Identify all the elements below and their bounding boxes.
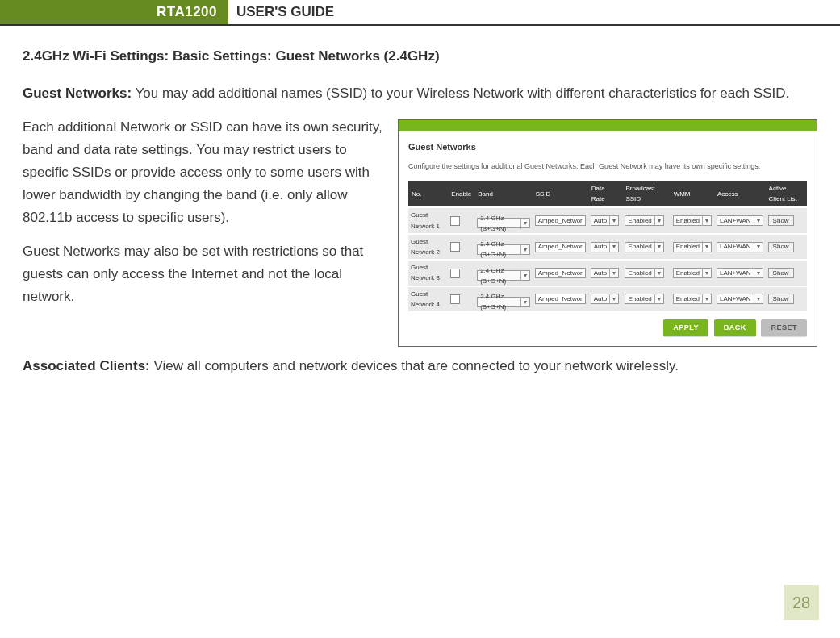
cell-wmm-select[interactable]: Enabled▾ (673, 215, 712, 226)
cell-clientlist-button[interactable]: Show (768, 242, 794, 252)
cell-ssid: Amped_Networ (533, 260, 588, 286)
th-ssid: SSID (533, 181, 588, 207)
chevron-down-icon: ▾ (609, 268, 616, 278)
cell-datarate-value: Auto (594, 268, 607, 278)
cell-access-value: LAN+WAN (720, 294, 751, 304)
reset-button[interactable]: RESET (761, 319, 807, 336)
cell-broadcast: Enabled▾ (622, 260, 670, 286)
cell-band-value: 2.4 GHz (B+G+N) (480, 213, 518, 234)
cell-access-value: LAN+WAN (720, 241, 751, 252)
enable-checkbox[interactable] (450, 242, 460, 252)
cell-ssid-input[interactable]: Amped_Networ (535, 294, 586, 304)
cell-ssid-input[interactable]: Amped_Networ (535, 215, 586, 226)
chevron-down-icon: ▾ (609, 294, 616, 304)
chevron-down-icon: ▾ (754, 215, 760, 226)
cell-access: LAN+WAN▾ (714, 234, 766, 260)
cell-broadcast-value: Enabled (628, 268, 651, 278)
cell-band: 2.4 GHz (B+G+N)▾ (474, 234, 533, 260)
th-no: No. (408, 181, 448, 207)
th-clientlist: Active Client List (766, 181, 807, 207)
enable-checkbox[interactable] (450, 216, 460, 226)
cell-datarate-select[interactable]: Auto▾ (591, 294, 619, 304)
table-row: Guest Network 22.4 GHz (B+G+N)▾Amped_Net… (408, 234, 807, 260)
cell-broadcast: Enabled▾ (622, 234, 670, 260)
cell-ssid-input[interactable]: Amped_Networ (535, 242, 586, 252)
cell-wmm-select[interactable]: Enabled▾ (673, 294, 712, 304)
enable-checkbox[interactable] (450, 294, 460, 304)
cell-ssid: Amped_Networ (533, 207, 588, 233)
chevron-down-icon: ▾ (520, 244, 527, 255)
cell-datarate-select[interactable]: Auto▾ (591, 242, 619, 252)
chevron-down-icon: ▾ (654, 268, 661, 278)
chevron-down-icon: ▾ (654, 215, 661, 226)
cell-enable (448, 286, 474, 311)
chevron-down-icon: ▾ (754, 294, 760, 304)
table-row: Guest Network 42.4 GHz (B+G+N)▾Amped_Net… (408, 286, 807, 311)
cell-broadcast: Enabled▾ (622, 207, 670, 233)
cell-access-select[interactable]: LAN+WAN▾ (717, 294, 763, 304)
section-heading: 2.4GHz Wi-Fi Settings: Basic Settings: G… (23, 45, 817, 68)
cell-clientlist-button[interactable]: Show (768, 215, 794, 226)
cell-broadcast-select[interactable]: Enabled▾ (625, 268, 663, 278)
cell-datarate: Auto▾ (588, 234, 623, 260)
cell-access-value: LAN+WAN (720, 268, 751, 278)
cell-enable (448, 207, 474, 233)
cell-wmm-value: Enabled (676, 294, 700, 304)
cell-datarate: Auto▾ (588, 260, 623, 286)
chevron-down-icon: ▾ (654, 241, 661, 252)
cell-access-select[interactable]: LAN+WAN▾ (717, 215, 763, 226)
cell-clientlist-button[interactable]: Show (768, 268, 794, 278)
panel-description: Configure the settings for additional Gu… (408, 161, 807, 173)
para-rest-guest: You may add additional names (SSID) to y… (132, 85, 789, 101)
cell-clientlist: Show (766, 260, 807, 286)
cell-band-select[interactable]: 2.4 GHz (B+G+N)▾ (477, 297, 530, 307)
cell-band-select[interactable]: 2.4 GHz (B+G+N)▾ (477, 218, 530, 228)
cell-no: Guest Network 2 (408, 234, 448, 260)
cell-band-value: 2.4 GHz (B+G+N) (480, 265, 518, 286)
enable-checkbox[interactable] (450, 269, 460, 278)
back-button[interactable]: BACK (714, 319, 756, 336)
cell-no: Guest Network 3 (408, 260, 448, 286)
page-number: 28 (784, 585, 819, 620)
cell-ssid-input[interactable]: Amped_Networ (535, 268, 586, 278)
cell-broadcast-select[interactable]: Enabled▾ (625, 294, 663, 304)
panel-greenbar (399, 120, 817, 131)
cell-datarate-value: Auto (594, 215, 607, 226)
cell-no: Guest Network 1 (408, 207, 448, 233)
chevron-down-icon: ▾ (702, 268, 708, 278)
chevron-down-icon: ▾ (702, 241, 708, 252)
cell-band-value: 2.4 GHz (B+G+N) (480, 291, 518, 312)
cell-wmm: Enabled▾ (671, 260, 714, 286)
cell-band-select[interactable]: 2.4 GHz (B+G+N)▾ (477, 244, 530, 255)
chevron-down-icon: ▾ (754, 241, 760, 252)
para-guest-networks: Guest Networks: You may add additional n… (23, 82, 817, 105)
cell-wmm-select[interactable]: Enabled▾ (673, 268, 712, 278)
chevron-down-icon: ▾ (520, 218, 527, 228)
cell-broadcast-value: Enabled (628, 215, 651, 226)
table-header-row: No. Enable Band SSID Data Rate Broadcast… (408, 181, 807, 207)
panel-button-row: APPLY BACK RESET (408, 311, 807, 336)
cell-clientlist: Show (766, 207, 807, 233)
cell-access-select[interactable]: LAN+WAN▾ (717, 268, 763, 278)
cell-broadcast-select[interactable]: Enabled▾ (625, 215, 663, 226)
cell-band: 2.4 GHz (B+G+N)▾ (474, 286, 533, 311)
cell-datarate-select[interactable]: Auto▾ (591, 215, 619, 226)
cell-datarate-value: Auto (594, 241, 607, 252)
cell-band-select[interactable]: 2.4 GHz (B+G+N)▾ (477, 270, 530, 281)
cell-datarate-select[interactable]: Auto▾ (591, 268, 619, 278)
cell-clientlist: Show (766, 286, 807, 311)
panel-title: Guest Networks (408, 140, 807, 154)
header-title: USER'S GUIDE (228, 0, 342, 24)
doc-header: RTA1200 USER'S GUIDE (0, 0, 840, 26)
chevron-down-icon: ▾ (609, 215, 616, 226)
cell-clientlist-button[interactable]: Show (768, 294, 794, 304)
cell-access-select[interactable]: LAN+WAN▾ (717, 242, 763, 252)
apply-button[interactable]: APPLY (663, 319, 708, 336)
cell-datarate: Auto▾ (588, 207, 623, 233)
cell-wmm-select[interactable]: Enabled▾ (673, 242, 712, 252)
cell-broadcast-select[interactable]: Enabled▾ (625, 242, 663, 252)
cell-band: 2.4 GHz (B+G+N)▾ (474, 260, 533, 286)
para-rest-assoc: View all computers and network devices t… (150, 358, 679, 373)
chevron-down-icon: ▾ (520, 270, 527, 281)
cell-enable (448, 234, 474, 260)
